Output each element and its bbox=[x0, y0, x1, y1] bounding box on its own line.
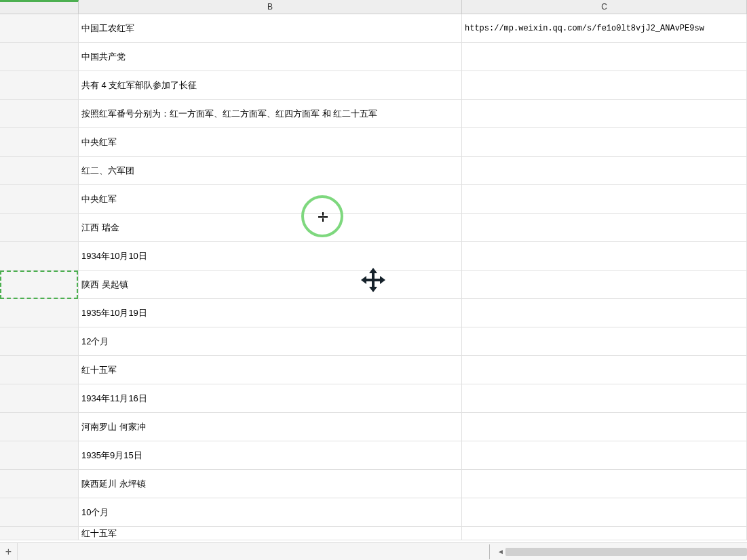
cell[interactable]: 中央红军 bbox=[79, 185, 462, 213]
cell[interactable]: 1935年9月15日 bbox=[79, 441, 462, 469]
cell[interactable] bbox=[0, 271, 79, 298]
scroll-track[interactable] bbox=[505, 548, 747, 556]
cell[interactable] bbox=[462, 71, 747, 99]
cell[interactable] bbox=[0, 214, 79, 241]
cell[interactable] bbox=[462, 327, 747, 355]
cell[interactable]: 河南罗山 何家冲 bbox=[79, 413, 462, 441]
table-row[interactable]: 中央红军 bbox=[0, 128, 747, 157]
cell[interactable] bbox=[0, 527, 79, 540]
cell[interactable] bbox=[462, 43, 747, 71]
cell[interactable] bbox=[0, 43, 79, 71]
cell[interactable] bbox=[462, 299, 747, 327]
cell[interactable]: 1935年10月19日 bbox=[79, 299, 462, 327]
table-row[interactable]: 10个月 bbox=[0, 498, 747, 527]
cell[interactable]: 10个月 bbox=[79, 498, 462, 526]
cell[interactable] bbox=[462, 157, 747, 184]
cell[interactable]: 12个月 bbox=[79, 327, 462, 355]
cell[interactable]: 陕西延川 永坪镇 bbox=[79, 470, 462, 498]
sheet-tab-bar: + ◄ bbox=[0, 542, 747, 560]
column-header-b[interactable]: B bbox=[79, 0, 462, 14]
table-row[interactable]: 红二、六军团 bbox=[0, 157, 747, 185]
cell[interactable]: 红二、六军团 bbox=[79, 157, 462, 184]
table-row[interactable]: 陕西延川 永坪镇 bbox=[0, 470, 747, 498]
cell[interactable] bbox=[462, 128, 747, 156]
table-row[interactable]: 1935年10月19日 bbox=[0, 299, 747, 327]
cell[interactable] bbox=[0, 128, 79, 156]
cell[interactable] bbox=[0, 498, 79, 526]
column-header-c[interactable]: C bbox=[462, 0, 747, 14]
table-row[interactable]: 红十五军 bbox=[0, 527, 747, 540]
table-row[interactable]: 1934年10月10日 bbox=[0, 242, 747, 271]
table-row[interactable]: 中国工农红军 https://mp.weixin.qq.com/s/fe1o0l… bbox=[0, 14, 747, 43]
cell[interactable] bbox=[0, 71, 79, 99]
scroll-thumb[interactable] bbox=[505, 548, 747, 556]
table-row[interactable]: 中国共产党 bbox=[0, 43, 747, 71]
cell[interactable] bbox=[462, 470, 747, 498]
cell[interactable] bbox=[0, 441, 79, 469]
rows-container: 中国工农红军 https://mp.weixin.qq.com/s/fe1o0l… bbox=[0, 14, 747, 540]
cell[interactable] bbox=[462, 527, 747, 540]
cell[interactable]: 1934年11月16日 bbox=[79, 384, 462, 412]
cell[interactable]: 红十五军 bbox=[79, 527, 462, 540]
cell[interactable] bbox=[0, 299, 79, 327]
cell[interactable] bbox=[0, 100, 79, 127]
cell[interactable] bbox=[0, 185, 79, 213]
cell[interactable] bbox=[0, 384, 79, 412]
table-row[interactable]: 按照红军番号分别为：红一方面军、红二方面军、红四方面军 和 红二十五军 bbox=[0, 100, 747, 128]
spreadsheet-grid[interactable]: B C 中国工农红军 https://mp.weixin.qq.com/s/fe… bbox=[0, 0, 747, 542]
table-row[interactable]: 1935年9月15日 bbox=[0, 441, 747, 470]
add-sheet-button[interactable]: + bbox=[0, 543, 18, 561]
scroll-divider bbox=[489, 544, 496, 559]
cell[interactable]: 陕西 吴起镇 bbox=[79, 271, 462, 298]
table-row[interactable]: 1934年11月16日 bbox=[0, 384, 747, 413]
cell[interactable] bbox=[462, 356, 747, 384]
table-row[interactable]: 河南罗山 何家冲 bbox=[0, 413, 747, 441]
cell[interactable] bbox=[462, 441, 747, 469]
cell[interactable] bbox=[0, 14, 79, 42]
cell[interactable] bbox=[462, 498, 747, 526]
scroll-left-icon[interactable]: ◄ bbox=[496, 545, 505, 559]
cell[interactable] bbox=[0, 413, 79, 441]
table-row[interactable]: 陕西 吴起镇 bbox=[0, 271, 747, 299]
cell[interactable] bbox=[462, 185, 747, 213]
cell[interactable] bbox=[462, 100, 747, 127]
cell[interactable] bbox=[0, 242, 79, 270]
cell[interactable] bbox=[0, 157, 79, 184]
cell[interactable]: 江西 瑞金 bbox=[79, 214, 462, 241]
cell[interactable]: 红十五军 bbox=[79, 356, 462, 384]
cell[interactable]: 中国共产党 bbox=[79, 43, 462, 71]
horizontal-scrollbar[interactable]: ◄ bbox=[489, 544, 747, 559]
cell[interactable]: 1934年10月10日 bbox=[79, 242, 462, 270]
cell[interactable] bbox=[0, 356, 79, 384]
cell[interactable]: https://mp.weixin.qq.com/s/fe1o0lt8vjJ2_… bbox=[462, 14, 747, 42]
table-row[interactable]: 红十五军 bbox=[0, 356, 747, 384]
cell[interactable] bbox=[462, 384, 747, 412]
cell[interactable] bbox=[462, 214, 747, 241]
table-row[interactable]: 共有 4 支红军部队参加了长征 bbox=[0, 71, 747, 100]
table-row[interactable]: 中央红军 bbox=[0, 185, 747, 214]
cell[interactable] bbox=[0, 470, 79, 498]
column-header-a[interactable] bbox=[0, 0, 79, 14]
table-row[interactable]: 江西 瑞金 bbox=[0, 214, 747, 242]
cell[interactable]: 中央红军 bbox=[79, 128, 462, 156]
cell[interactable] bbox=[462, 271, 747, 298]
cell[interactable] bbox=[0, 327, 79, 355]
cell[interactable] bbox=[462, 413, 747, 441]
cell[interactable]: 共有 4 支红军部队参加了长征 bbox=[79, 71, 462, 99]
cell[interactable] bbox=[462, 242, 747, 270]
cell[interactable]: 中国工农红军 bbox=[79, 14, 462, 42]
column-header-row: B C bbox=[0, 0, 747, 14]
table-row[interactable]: 12个月 bbox=[0, 327, 747, 356]
cell[interactable]: 按照红军番号分别为：红一方面军、红二方面军、红四方面军 和 红二十五军 bbox=[79, 100, 462, 127]
